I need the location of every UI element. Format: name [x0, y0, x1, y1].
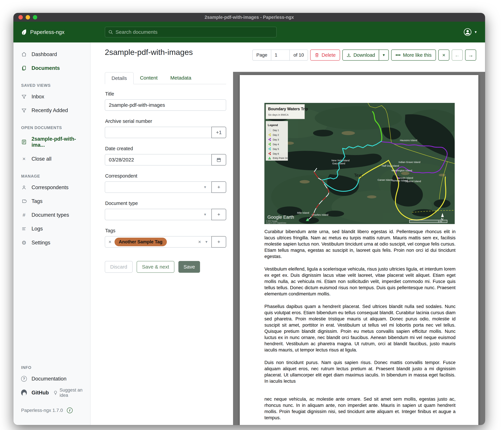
svg-text:Squirrel Island: Squirrel Island	[405, 180, 421, 183]
main-content: 2sample-pdf-with-images Page of 10 Delet…	[90, 42, 485, 425]
save-button[interactable]: Save	[178, 261, 200, 273]
clear-tags-icon[interactable]: ×	[198, 239, 201, 245]
sidebar-item-settings[interactable]: ⚙ Settings	[13, 236, 90, 250]
sidebar-item-tags[interactable]: Tags	[13, 194, 90, 208]
download-button[interactable]: Download	[343, 50, 379, 60]
info-icon[interactable]: i	[67, 408, 72, 413]
title-field[interactable]	[105, 99, 226, 111]
sidebar: Dashboard Documents SAVED VIEWS Inbox Re	[13, 42, 90, 425]
page-total: of 10	[290, 50, 307, 60]
download-label: Download	[353, 52, 375, 58]
sidebar-item-documentation[interactable]: ? Documentation	[13, 372, 90, 386]
user-menu[interactable]: ▼	[464, 28, 477, 36]
sidebar-item-label: Close all	[32, 156, 52, 162]
pdf-text: Curabitur bibendum ante urna, sed blandi…	[264, 228, 456, 425]
correspondent-label: Correspondent	[105, 173, 226, 179]
sidebar-item-inbox[interactable]: Inbox	[13, 90, 90, 103]
map-credit-1: © 2017 Google	[266, 220, 278, 222]
more-like-this-button[interactable]: ••• More like this	[391, 49, 436, 61]
arrow-left-icon: ←	[455, 52, 460, 58]
sidebar-item-dashboard[interactable]: Dashboard	[13, 47, 90, 61]
sidebar-item-recently-added[interactable]: Recently Added	[13, 103, 90, 117]
download-options-button[interactable]: ▼	[379, 50, 388, 60]
save-next-button[interactable]: Save & next	[137, 261, 175, 273]
download-split-button: Download ▼	[342, 49, 389, 61]
sidebar-heading-manage: MANAGE	[21, 174, 90, 178]
title-field-label: Title	[105, 91, 226, 97]
tab-details[interactable]: Details	[105, 72, 134, 84]
detail-tabs: Details Content Metadata	[105, 72, 226, 84]
chevron-down-icon: ▼	[203, 185, 207, 189]
asn-plus-one-button[interactable]: +1	[211, 127, 226, 138]
sidebar-item-open-document[interactable]: 2sample-pdf-with-ima...	[13, 132, 90, 152]
tab-content[interactable]: Content	[134, 72, 164, 84]
pdf-page: Hausons Island New York Island Gary Isla…	[240, 75, 478, 425]
more-like-this-label: More like this	[403, 52, 432, 58]
add-tag-button[interactable]: +	[211, 236, 226, 248]
document-text-icon	[21, 139, 27, 145]
gear-icon: ⚙	[21, 240, 27, 246]
document-type-select[interactable]: ▼	[105, 209, 211, 220]
sidebar-heading-info: INFO	[21, 365, 90, 370]
search-icon	[108, 29, 113, 35]
map-image: Hausons Island New York Island Gary Isla…	[264, 103, 455, 224]
svg-text:3 mi: 3 mi	[438, 220, 442, 223]
add-document-type-button[interactable]: +	[211, 209, 226, 220]
sidebar-item-documents[interactable]: Documents	[13, 61, 90, 75]
add-correspondent-button[interactable]: +	[211, 181, 226, 193]
map-title-box: Boundary Waters Trip Six days in BWCA	[266, 104, 308, 119]
sidebar-item-github[interactable]: GitHub	[13, 386, 49, 400]
correspondent-select[interactable]: ▼	[105, 181, 211, 193]
next-document-button[interactable]: →	[465, 49, 476, 61]
svg-text:Day 5: Day 5	[273, 148, 279, 150]
tab-metadata[interactable]: Metadata	[164, 72, 198, 84]
date-created-field[interactable]	[105, 154, 211, 166]
chevron-down-icon: ▼	[205, 240, 208, 244]
tags-label: Tags	[105, 228, 226, 234]
discard-button[interactable]: Discard	[105, 261, 133, 273]
svg-text:Boundary Waters Trip: Boundary Waters Trip	[268, 107, 308, 111]
delete-button[interactable]: Delete	[310, 49, 340, 61]
funnel-icon	[21, 108, 27, 113]
sidebar-item-label: Dashboard	[32, 51, 57, 57]
svg-text:Day 3: Day 3	[273, 138, 279, 141]
paperless-leaf-icon	[20, 28, 27, 36]
search-box[interactable]	[105, 27, 277, 37]
sidebar-item-logs[interactable]: Logs	[13, 222, 90, 236]
svg-text:New York Island: New York Island	[332, 159, 350, 162]
user-caret-icon: ▼	[474, 30, 477, 34]
sidebar-item-document-types[interactable]: # Document types	[13, 208, 90, 222]
pdf-preview-pane[interactable]: Hausons Island New York Island Gary Isla…	[233, 72, 485, 425]
google-earth-watermark: Google Earth	[267, 215, 294, 220]
chevron-down-icon: ▼	[203, 213, 207, 216]
sidebar-item-label: GitHub	[32, 390, 49, 396]
list-lines-icon	[21, 226, 27, 232]
tag-pill[interactable]: Another Sample Tag	[115, 238, 167, 246]
sidebar-item-label: Document types	[32, 212, 69, 218]
map-credit-2: Image © 2017 DigitalGlobe	[266, 222, 286, 224]
tags-select[interactable]: × Another Sample Tag × ▼	[105, 236, 211, 248]
sidebar-item-suggest-idea[interactable]: Suggest an idea	[53, 388, 90, 398]
sidebar-item-correspondents[interactable]: Correspondents	[13, 181, 90, 194]
funnel-icon	[21, 94, 27, 99]
document-toolbar: Delete Download ▼ ••• More like thi	[310, 49, 476, 61]
brand[interactable]: Paperless-ngx	[20, 28, 64, 36]
search-input[interactable]	[116, 29, 273, 35]
app-version: Paperless-ngx 1.7.0	[21, 408, 63, 413]
remove-tag-icon[interactable]: ×	[108, 239, 111, 245]
lightbulb-icon	[53, 390, 58, 395]
sidebar-info-section: INFO ? Documentation GitHub Suggest an i…	[13, 365, 90, 400]
previous-document-button[interactable]: ←	[452, 49, 463, 61]
ellipsis-icon: •••	[396, 52, 401, 58]
delete-label: Delete	[322, 52, 336, 58]
close-icon: ×	[21, 156, 27, 162]
pdf-paragraph: Duis non tincidunt purus. Nam quis sapie…	[264, 359, 456, 384]
sidebar-item-close-all[interactable]: × Close all	[13, 152, 90, 166]
pdf-paragraph: nec neque vehicula, ac molestie ante orn…	[264, 396, 456, 421]
page-number-input[interactable]	[271, 50, 290, 60]
asn-field[interactable]	[105, 127, 211, 138]
page-label: Page	[253, 50, 271, 60]
calendar-button[interactable]	[211, 154, 226, 166]
close-document-button[interactable]: ×	[438, 49, 449, 61]
page-navigator: Page of 10	[252, 49, 308, 61]
